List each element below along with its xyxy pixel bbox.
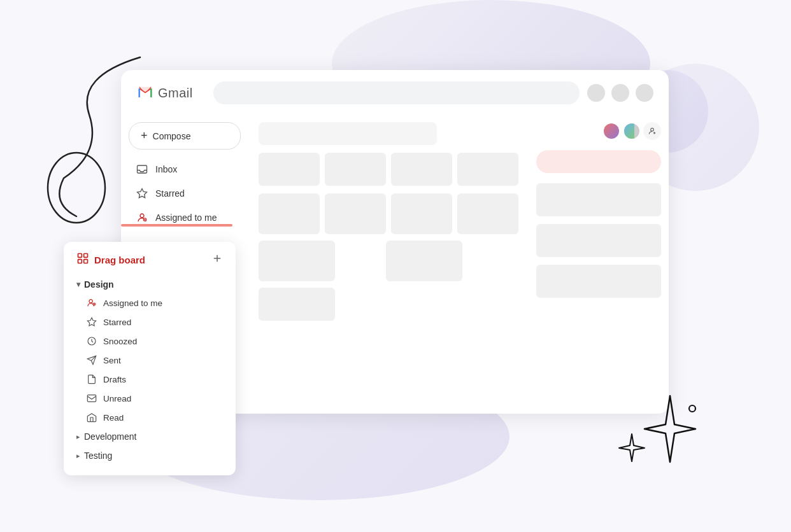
compose-plus-icon: + bbox=[141, 129, 148, 143]
compose-label: Compose bbox=[153, 131, 191, 141]
design-assigned-icon bbox=[87, 298, 97, 308]
sidebar-item-starred[interactable]: Starred bbox=[129, 183, 241, 204]
svg-rect-8 bbox=[84, 254, 88, 258]
design-chevron-icon: ▾ bbox=[76, 280, 80, 289]
right-sk-1 bbox=[536, 183, 661, 216]
skeleton-row-1 bbox=[259, 153, 518, 186]
compose-button[interactable]: + Compose bbox=[129, 122, 241, 150]
avatar-img-1 bbox=[604, 123, 619, 139]
sk-block bbox=[391, 193, 452, 234]
svg-point-4 bbox=[140, 214, 144, 218]
testing-section-header[interactable]: ▸ Testing bbox=[64, 446, 236, 465]
drag-board-title: Drag board bbox=[94, 255, 145, 265]
avatar-2 bbox=[623, 122, 641, 140]
drag-board-add-button[interactable] bbox=[211, 253, 223, 267]
design-snoozed-item[interactable]: Snoozed bbox=[64, 332, 236, 351]
sk-block bbox=[259, 153, 320, 186]
design-star-icon bbox=[87, 317, 97, 327]
design-drafts-item[interactable]: Drafts bbox=[64, 370, 236, 389]
drag-board-panel: Drag board ▾ Design Assigned to me bbox=[64, 242, 236, 475]
sk-block bbox=[457, 193, 518, 234]
add-person-button[interactable] bbox=[643, 122, 661, 140]
design-section-label: Design bbox=[84, 279, 114, 290]
design-sent-item[interactable]: Sent bbox=[64, 351, 236, 370]
svg-rect-15 bbox=[87, 395, 96, 402]
svg-rect-9 bbox=[78, 260, 82, 263]
gmail-title-text: Gmail bbox=[158, 86, 193, 101]
design-mail-open-icon bbox=[87, 412, 97, 423]
design-section: ▾ Design Assigned to me Starred bbox=[64, 276, 236, 427]
skeleton-row-2 bbox=[259, 193, 518, 234]
gmail-header: Gmail bbox=[121, 70, 669, 113]
design-snoozed-label: Snoozed bbox=[103, 337, 137, 346]
design-send-icon bbox=[87, 355, 97, 365]
drag-indicator bbox=[121, 224, 232, 227]
development-section: ▸ Development bbox=[64, 427, 236, 446]
starred-label: Starred bbox=[155, 188, 185, 199]
svg-marker-3 bbox=[138, 189, 147, 198]
right-top-skeleton bbox=[536, 150, 661, 173]
skeleton-row-3 bbox=[259, 241, 518, 281]
drag-board-header: Drag board bbox=[64, 252, 236, 276]
design-drafts-icon bbox=[87, 374, 97, 384]
development-chevron-icon: ▸ bbox=[76, 433, 80, 441]
design-unread-item[interactable]: Unread bbox=[64, 389, 236, 408]
design-assigned-label: Assigned to me bbox=[103, 298, 162, 308]
testing-section: ▸ Testing bbox=[64, 446, 236, 465]
inbox-label: Inbox bbox=[155, 164, 177, 174]
design-read-item[interactable]: Read bbox=[64, 408, 236, 427]
drag-board-icon bbox=[76, 252, 89, 268]
header-icons bbox=[587, 84, 653, 102]
right-sk-2 bbox=[536, 224, 661, 257]
svg-rect-7 bbox=[78, 254, 82, 258]
avatar-img-2 bbox=[623, 123, 634, 139]
svg-point-11 bbox=[89, 300, 92, 303]
skeleton-row-4 bbox=[259, 288, 518, 321]
sk-block bbox=[325, 153, 386, 186]
design-read-label: Read bbox=[103, 413, 124, 423]
avatar-group bbox=[536, 122, 661, 140]
avatar-1 bbox=[602, 122, 620, 140]
svg-point-0 bbox=[48, 153, 105, 223]
sk-block bbox=[325, 193, 386, 234]
svg-rect-10 bbox=[84, 260, 88, 263]
sparkle-decoration bbox=[613, 389, 715, 481]
sk-block bbox=[259, 288, 335, 321]
gmail-logo: Gmail bbox=[136, 84, 193, 102]
sk-block bbox=[259, 241, 335, 281]
header-icon-2[interactable] bbox=[611, 84, 629, 102]
sk-block bbox=[386, 241, 462, 281]
drag-board-title-row: Drag board bbox=[76, 252, 145, 268]
svg-point-6 bbox=[651, 128, 654, 131]
sk-block bbox=[391, 153, 452, 186]
right-sk-3 bbox=[536, 265, 661, 298]
assigned-icon bbox=[136, 212, 148, 223]
right-panel bbox=[529, 113, 669, 414]
design-drafts-label: Drafts bbox=[103, 375, 126, 384]
sparkle-svg bbox=[613, 389, 715, 479]
design-assigned-item[interactable]: Assigned to me bbox=[64, 293, 236, 312]
content-top-bar-skeleton bbox=[259, 122, 437, 145]
sk-spacer bbox=[341, 241, 380, 281]
design-starred-item[interactable]: Starred bbox=[64, 312, 236, 332]
design-sent-label: Sent bbox=[103, 356, 121, 365]
assigned-label: Assigned to me bbox=[155, 213, 217, 223]
sidebar-item-inbox[interactable]: Inbox bbox=[129, 158, 241, 180]
header-icon-3[interactable] bbox=[636, 84, 653, 102]
card-main-content bbox=[248, 113, 529, 414]
svg-point-16 bbox=[689, 405, 695, 412]
design-starred-label: Starred bbox=[103, 318, 131, 327]
header-icon-1[interactable] bbox=[587, 84, 605, 102]
testing-chevron-icon: ▸ bbox=[76, 452, 80, 460]
search-bar[interactable] bbox=[213, 81, 580, 104]
star-icon bbox=[136, 188, 148, 199]
development-section-header[interactable]: ▸ Development bbox=[64, 427, 236, 446]
design-mail-icon bbox=[87, 393, 97, 403]
svg-marker-13 bbox=[87, 318, 96, 326]
design-clock-icon bbox=[87, 336, 97, 346]
design-section-header[interactable]: ▾ Design bbox=[64, 276, 236, 293]
gmail-m-icon bbox=[136, 84, 154, 102]
design-unread-label: Unread bbox=[103, 394, 131, 403]
testing-section-label: Testing bbox=[84, 451, 112, 461]
sk-block bbox=[259, 193, 320, 234]
